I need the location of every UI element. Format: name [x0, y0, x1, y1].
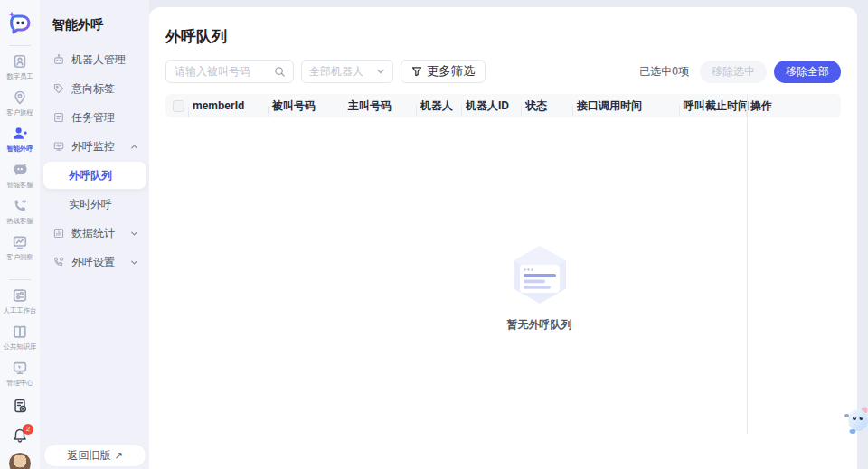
remove-selected-button[interactable]: 移除选中 [700, 61, 767, 83]
assistant-mascot[interactable] [844, 403, 868, 438]
table-body: 暂无外呼队列 [165, 117, 841, 434]
header-cell-called-number: 被叫号码 [269, 98, 344, 114]
header-cell-memberid: memberId [189, 99, 269, 112]
chevron-up-icon [130, 143, 138, 151]
table-header-row: memberId 被叫号码 主叫号码 机器人 机器人ID 状态 接口调用时间 呼… [165, 94, 841, 117]
sidebar: 智能外呼 机器人管理 意向标签 任务管理 外呼监控 [40, 0, 149, 469]
rail-item-label: 管理中心 [6, 378, 33, 387]
user-avatar[interactable] [8, 452, 32, 469]
rail-divider [9, 279, 31, 280]
toolbar-right: 已选中0项 移除选中 移除全部 [639, 61, 841, 83]
rail-item-label: 热线客服 [6, 216, 33, 225]
header-cell-calling-number: 主叫号码 [344, 98, 417, 114]
rail-item-label: 人工工作台 [4, 305, 37, 314]
robot-filter-value: 全部机器人 [309, 64, 363, 80]
phone-settings-icon [52, 256, 65, 268]
sidebar-item-label: 意向标签 [71, 81, 115, 97]
external-link-icon: ↗ [114, 450, 122, 462]
smart-service-icon [12, 162, 28, 178]
chevron-down-icon [130, 258, 138, 267]
rail-item-hotline-service[interactable]: 热线客服 [0, 198, 40, 226]
sidebar-item-intent-tags[interactable]: 意向标签 [40, 74, 149, 103]
tag-icon [52, 82, 65, 95]
toolbar: 全部机器人 更多筛选 已选中0项 移除选中 移除全部 [165, 60, 841, 83]
back-button-label: 返回旧版 [67, 448, 110, 464]
sidebar-item-task-management[interactable]: 任务管理 [40, 103, 149, 132]
report-file-icon [12, 398, 28, 414]
selected-count: 已选中0项 [639, 64, 689, 80]
main-content: 外呼队列 全部机器人 更多筛选 已选中0项 移除选中 移除全部 [149, 7, 857, 469]
page-title: 外呼队列 [165, 7, 841, 47]
sidebar-title: 智能外呼 [40, 0, 149, 33]
rail-item-label: 智能客服 [6, 180, 33, 189]
rail-item-workbench[interactable]: 人工工作台 [0, 287, 40, 315]
funnel-icon [411, 66, 422, 77]
sidebar-item-outbound-monitor[interactable]: 外呼监控 [40, 132, 149, 161]
rail-divider [9, 45, 31, 46]
robot-filter-select[interactable]: 全部机器人 [301, 60, 393, 83]
app-logo-icon[interactable] [7, 11, 33, 36]
sidebar-menu: 机器人管理 意向标签 任务管理 外呼监控 外呼队列 实时外呼 [40, 45, 149, 277]
sidebar-item-data-statistics[interactable]: 数据统计 [40, 219, 149, 248]
empty-state-text: 暂无外呼队列 [507, 317, 572, 333]
customer-insight-icon [12, 234, 28, 250]
rail-item-smart-service[interactable]: 智能客服 [0, 162, 40, 190]
rail-item-smart-outbound[interactable]: 智能外呼 [0, 126, 40, 154]
monitor-icon [52, 140, 65, 153]
sidebar-item-robot-management[interactable]: 机器人管理 [40, 45, 149, 74]
sidebar-item-outbound-settings[interactable]: 外呼设置 [40, 248, 149, 277]
empty-state-illustration [507, 242, 572, 307]
notification-badge: 2 [23, 424, 33, 435]
header-cell-api-call-time: 接口调用时间 [573, 98, 680, 114]
rail-item-label: 数字员工 [6, 71, 33, 80]
rail-item-customer-journey[interactable]: 客户旅程 [0, 89, 40, 117]
app-root: { "colors": { "primary": "#4D5CEF", "act… [0, 0, 868, 469]
queue-table: memberId 被叫号码 主叫号码 机器人 机器人ID 状态 接口调用时间 呼… [165, 94, 841, 434]
sidebar-item-label: 外呼监控 [71, 139, 115, 155]
search-input[interactable] [175, 65, 276, 78]
report-file-button[interactable] [12, 398, 28, 417]
sidebar-item-realtime-outbound[interactable]: 实时外呼 [40, 190, 149, 219]
more-filters-label: 更多筛选 [427, 63, 475, 80]
sidebar-item-outbound-queue[interactable]: 外呼队列 [43, 162, 146, 189]
rail-item-label: 客户洞察 [6, 252, 33, 261]
rail-item-admin-center[interactable]: 管理中心 [0, 360, 40, 388]
header-cell-robot: 机器人 [417, 98, 462, 114]
rail-item-customer-insight[interactable]: 客户洞察 [0, 234, 40, 262]
rail-item-digital-employee[interactable]: 数字员工 [0, 53, 40, 81]
rail-item-label: 智能外呼 [6, 144, 33, 153]
icon-rail: 数字员工 客户旅程 智能外呼 智能客服 热线客服 客户洞察 [0, 0, 40, 469]
notifications-button[interactable]: 2 [12, 427, 28, 446]
digital-employee-icon [12, 53, 28, 70]
search-box [165, 60, 294, 83]
sidebar-item-label: 机器人管理 [71, 52, 126, 68]
sidebar-item-label: 数据统计 [71, 226, 115, 241]
robot-icon [52, 53, 65, 66]
workbench-icon [12, 287, 28, 304]
chevron-down-icon [130, 230, 138, 238]
header-cell-call-deadline: 呼叫截止时间 [680, 98, 747, 114]
header-cell-robot-id: 机器人ID [462, 98, 522, 114]
rail-item-knowledge-base[interactable]: 公共知识库 [0, 324, 40, 352]
smart-outbound-icon [12, 126, 28, 142]
customer-journey-icon [12, 89, 28, 106]
sidebar-item-label: 外呼队列 [69, 168, 112, 183]
select-all-checkbox[interactable] [173, 100, 184, 112]
back-to-old-version-button[interactable]: 返回旧版 ↗ [43, 444, 146, 467]
hotline-service-icon [12, 198, 28, 214]
admin-center-icon [12, 360, 28, 376]
bar-chart-icon [52, 227, 65, 239]
sidebar-item-label: 实时外呼 [69, 197, 112, 212]
more-filters-button[interactable]: 更多筛选 [401, 60, 486, 83]
mascot-icon [844, 403, 868, 436]
tasks-icon [52, 111, 65, 124]
rail-item-label: 公共知识库 [4, 342, 37, 351]
sidebar-item-label: 任务管理 [71, 110, 115, 126]
header-cell-actions: 操作 [747, 98, 841, 114]
header-cell-status: 状态 [522, 98, 573, 114]
rail-item-label: 客户旅程 [6, 108, 33, 117]
header-cell-checkbox [165, 100, 189, 112]
search-icon[interactable] [274, 66, 286, 78]
remove-all-button[interactable]: 移除全部 [774, 61, 841, 83]
empty-state: 暂无外呼队列 [507, 242, 572, 333]
